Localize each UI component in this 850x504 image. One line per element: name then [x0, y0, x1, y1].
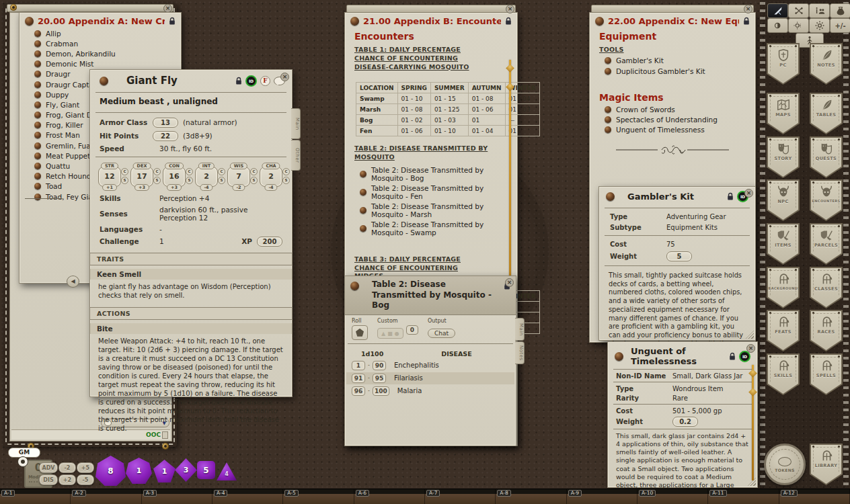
range-from-box[interactable]: 96 — [352, 386, 365, 396]
check-roll-button[interactable]: C — [250, 168, 258, 175]
link-orb-icon[interactable] — [615, 352, 623, 361]
appendix-a-titlebar[interactable]: 20.00 Appendix A: New Creatures an — [20, 13, 181, 28]
hotkey-slot-a-1[interactable]: A-1 — [0, 489, 71, 504]
hotkey-slot-a-9[interactable]: A-9 — [567, 489, 638, 504]
decal-dis[interactable]: DIS — [39, 474, 58, 485]
sidebar-item-spells[interactable]: SPELLS — [810, 353, 843, 395]
range-to-box[interactable]: 95 — [373, 374, 386, 383]
custom-dice-icons[interactable]: ▲■● — [377, 328, 403, 339]
gamblers-kit-titlebar[interactable]: Gambler's Kit ID — [599, 187, 755, 205]
d8-die[interactable]: 3 — [175, 458, 197, 482]
decal-minus2[interactable]: -2 — [59, 462, 76, 473]
sidebar-item-items[interactable]: ITEMS — [767, 223, 800, 265]
check-roll-button[interactable]: C — [282, 168, 290, 175]
combat-tracker-button[interactable] — [788, 3, 809, 18]
hotkey-slot-a-6[interactable]: A-6 — [354, 489, 425, 504]
dice-bag-button[interactable] — [830, 3, 850, 18]
table-link[interactable]: Table 2: Disease Transmitted by Mosquito… — [345, 201, 517, 219]
giant-fly-close-icon[interactable]: × — [280, 73, 289, 81]
item-link[interactable]: Crown of Swords — [590, 104, 755, 114]
weight-value[interactable]: 0.2 — [672, 417, 698, 427]
range-from-box[interactable]: 91 — [352, 374, 365, 383]
save-roll-button[interactable]: S — [218, 177, 225, 184]
hotkey-slot-a-7[interactable]: A-7 — [425, 489, 496, 504]
appendix-c-topbar[interactable]: × — [591, 5, 754, 13]
creature-link[interactable]: Demon, Abrikandilu — [20, 48, 181, 58]
lighting-button[interactable] — [767, 18, 788, 33]
sidebar-item-classes[interactable]: CLASSES — [810, 267, 843, 308]
hit-points-value[interactable]: 22 — [153, 131, 178, 141]
link-orb-icon[interactable] — [350, 17, 359, 26]
modifier-lock-toggle[interactable] — [17, 456, 28, 467]
check-roll-button[interactable]: C — [218, 168, 225, 175]
lock-icon[interactable] — [729, 352, 736, 361]
tab-notes[interactable]: Notes — [515, 341, 525, 364]
hotkey-slot-a-4[interactable]: A-4 — [212, 489, 283, 504]
tab-other[interactable]: Other — [291, 140, 301, 171]
sidebar-item-notes[interactable]: NOTES — [810, 43, 843, 85]
hotkey-slot-a-3[interactable]: A-3 — [142, 489, 212, 504]
save-roll-button[interactable]: S — [153, 177, 161, 184]
party-sheet-button[interactable] — [809, 3, 830, 18]
lock-icon[interactable] — [505, 17, 512, 26]
sidebar-item-quests[interactable]: QUESTS — [810, 136, 843, 178]
modifier-stack-button[interactable]: +/- — [830, 18, 850, 33]
appendix-b-titlebar[interactable]: 21.00 Appendix B: Encounters, Diseas — [345, 13, 517, 28]
sidebar-item-parcels[interactable]: PARCELS — [810, 223, 843, 265]
range-to-box[interactable]: 100 — [373, 386, 389, 396]
save-roll-button[interactable]: S — [282, 177, 290, 184]
sidebar-item-npc[interactable]: NPC — [767, 179, 800, 221]
id-badge[interactable]: ID — [245, 75, 257, 87]
chat-pin-grommet[interactable] — [10, 4, 17, 11]
link-orb-icon[interactable] — [25, 17, 34, 26]
faction-badge[interactable]: F — [260, 76, 270, 86]
sidebar-item-tables[interactable]: TABLES — [810, 93, 843, 134]
d4-die[interactable]: 4 — [217, 462, 237, 480]
options-button[interactable] — [809, 18, 830, 33]
lock-icon[interactable] — [235, 77, 242, 85]
sidebar-item-pc[interactable]: PC — [767, 43, 800, 85]
table-link[interactable]: Table 2: Disease Transmitted by Mosquito… — [345, 220, 517, 238]
hotkey-slot-a-12[interactable]: A-12 — [779, 489, 850, 504]
rollable-table-row[interactable]: 1-90Enchephalitis — [346, 360, 514, 372]
save-roll-button[interactable]: S — [121, 177, 128, 184]
lock-icon[interactable] — [743, 17, 750, 26]
table-link[interactable]: Table 2: Disease Transmitted by Mosquito… — [345, 183, 517, 201]
unguent-close-icon[interactable]: × — [746, 344, 755, 353]
sidebar-item-maps[interactable]: MAPS — [767, 93, 800, 134]
appendix-c-close-icon[interactable]: × — [744, 5, 752, 13]
lock-icon[interactable] — [727, 192, 734, 201]
trait-name[interactable]: Keen Smell — [90, 269, 292, 280]
armor-class-value[interactable]: 13 — [153, 118, 178, 128]
decal-minus5[interactable]: -5 — [77, 474, 94, 485]
range-from-box[interactable]: 1 — [352, 361, 365, 370]
custom-value-box[interactable]: 0 — [406, 325, 418, 335]
link-orb-icon[interactable] — [100, 77, 108, 85]
back-button[interactable]: ◀ — [67, 276, 79, 288]
unguent-titlebar[interactable]: Unguent of Timelessness ID — [608, 342, 757, 368]
sidebar-item-story[interactable]: STORY — [767, 136, 800, 178]
rollable-table-row[interactable]: 96-100Malaria — [346, 385, 514, 397]
table-link[interactable]: Table 2: Disease Transmitted by Mosquito… — [345, 165, 517, 183]
xp-value[interactable]: 200 — [257, 237, 282, 247]
item-link[interactable]: Gambler's Kit — [590, 56, 755, 66]
disease-table-titlebar[interactable]: Table 2: Disease Transmitted by Mosquito… — [345, 276, 516, 315]
hotkey-slot-a-11[interactable]: A-11 — [708, 489, 779, 504]
gamblers-kit-close-icon[interactable]: × — [744, 189, 753, 198]
action-name[interactable]: Bite — [90, 323, 292, 334]
range-to-box[interactable]: 90 — [373, 361, 386, 370]
appendix-b-topbar[interactable]: × — [346, 5, 516, 13]
creature-link[interactable]: Demonic Mist — [20, 59, 181, 69]
hotkey-slot-a-10[interactable]: A-10 — [638, 489, 708, 504]
d6-die[interactable]: 5 — [197, 461, 215, 479]
sidebar-item-encounters[interactable]: ENCOUNTERS — [810, 179, 843, 221]
scrollbar[interactable] — [752, 365, 754, 480]
hotkey-slot-a-5[interactable]: A-5 — [283, 489, 354, 504]
check-roll-button[interactable]: C — [121, 168, 128, 175]
decal-plus2[interactable]: +2 — [59, 474, 76, 485]
hotkey-slot-a-8[interactable]: A-8 — [496, 489, 566, 504]
sidebar-item-skills[interactable]: SKILLS — [767, 353, 800, 395]
sidebar-item-library[interactable]: LIBRARY — [810, 444, 843, 485]
d10-die[interactable]: 1 — [153, 460, 176, 482]
d20-die[interactable]: 8 — [95, 456, 126, 486]
